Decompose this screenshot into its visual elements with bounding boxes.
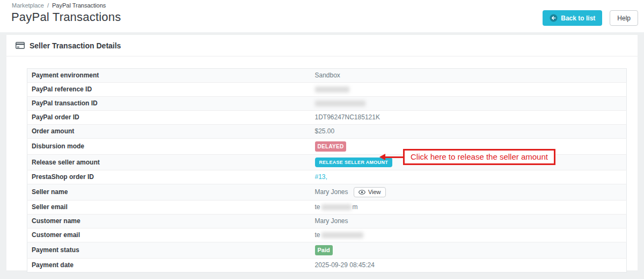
row-value: #13, — [311, 170, 627, 184]
row-label: Payment status — [27, 242, 311, 259]
row-value — [311, 83, 627, 97]
redacted-value — [315, 87, 349, 92]
credit-card-icon — [16, 42, 25, 49]
back-arrow-icon — [550, 14, 558, 22]
link-suffix: , — [326, 173, 327, 181]
panel-title: Seller Transaction Details — [30, 41, 121, 50]
row-label: Customer email — [27, 228, 311, 242]
row-label: Customer name — [27, 214, 311, 228]
redacted-value — [321, 232, 363, 238]
table-row: PrestaShop order ID #13, — [27, 170, 627, 184]
prestashop-order-link[interactable]: #13 — [315, 173, 326, 181]
header-actions: Back to list Help — [543, 10, 638, 26]
annotation-arrow-head — [379, 154, 385, 160]
row-value: Mary Jones — [311, 214, 627, 228]
row-value — [311, 97, 627, 111]
row-label: Release seller amount — [27, 155, 311, 170]
email-prefix: te — [315, 231, 320, 239]
table-row: PayPal transaction ID — [27, 97, 627, 111]
redacted-value — [321, 204, 352, 210]
redacted-value — [315, 101, 365, 106]
row-label: PayPal transaction ID — [27, 97, 311, 111]
eye-icon — [358, 190, 365, 195]
page: Marketplace/PayPal Transactions PayPal T… — [0, 0, 644, 279]
row-label: Seller email — [27, 201, 311, 214]
breadcrumb-marketplace[interactable]: Marketplace — [12, 2, 44, 9]
breadcrumb-current: PayPal Transactions — [52, 2, 106, 9]
annotation-box: Click here to release the seller amount — [403, 149, 555, 165]
annotation-callout: Click here to release the seller amount — [379, 149, 555, 165]
row-value: 1DT96247NC185121K — [311, 111, 627, 125]
row-label: Payment environment — [27, 69, 311, 83]
annotation-arrow-line — [385, 156, 403, 158]
row-value: te — [311, 228, 627, 242]
row-label: Order amount — [27, 125, 311, 139]
table-row: PayPal reference ID — [27, 83, 627, 97]
help-button[interactable]: Help — [610, 10, 638, 26]
page-title: PayPal Transactions — [11, 10, 121, 24]
seller-name-text: Mary Jones — [315, 188, 348, 196]
table-row: Seller name Mary Jones View — [27, 184, 627, 201]
back-to-list-button[interactable]: Back to list — [543, 10, 602, 26]
table-row: PayPal order ID 1DT96247NC185121K — [27, 111, 627, 125]
email-prefix: te — [315, 203, 320, 211]
status-badge-paid: Paid — [315, 245, 333, 255]
row-value: 2025-09-29 08:45:24 — [311, 259, 627, 273]
table-row: Payment status Paid — [27, 242, 627, 259]
table-row: Order amount $25.00 — [27, 125, 627, 139]
view-seller-button[interactable]: View — [354, 187, 386, 197]
table-row: Customer email te — [27, 228, 627, 242]
email-suffix: m — [353, 203, 358, 211]
transaction-details-table: Payment environment Sandbox PayPal refer… — [27, 68, 627, 273]
view-button-label: View — [368, 189, 381, 195]
row-value: tem — [311, 201, 627, 214]
row-value: Paid — [311, 242, 627, 259]
table-row: Payment environment Sandbox — [27, 69, 627, 83]
row-label: PayPal order ID — [27, 111, 311, 125]
table-row: Seller email tem — [27, 201, 627, 214]
status-badge-delayed: DELAYED — [315, 141, 347, 152]
table-row: Customer name Mary Jones — [27, 214, 627, 228]
row-value: $25.00 — [311, 125, 627, 139]
back-to-list-label: Back to list — [561, 15, 595, 22]
row-value: Mary Jones View — [311, 184, 627, 201]
row-label: Disbursion mode — [27, 139, 311, 155]
breadcrumb-separator: / — [47, 2, 49, 9]
row-label: PayPal reference ID — [27, 83, 311, 97]
row-label: Seller name — [27, 184, 311, 201]
row-label: PrestaShop order ID — [27, 170, 311, 184]
breadcrumb: Marketplace/PayPal Transactions — [12, 2, 106, 9]
top-bar: Marketplace/PayPal Transactions PayPal T… — [0, 0, 644, 32]
table-row: Payment date 2025-09-29 08:45:24 — [27, 259, 627, 273]
row-label: Payment date — [27, 259, 311, 273]
row-value: Sandbox — [311, 69, 627, 83]
panel-heading: Seller Transaction Details — [6, 35, 638, 56]
